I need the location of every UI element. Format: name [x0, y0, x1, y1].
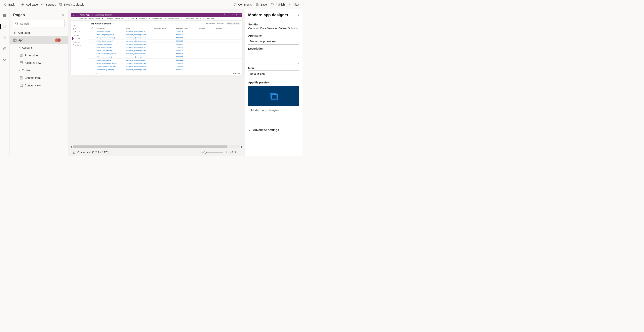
divider: [18, 2, 18, 7]
switch-icon: [59, 3, 62, 6]
app-tile-text: Modern app designer: [248, 106, 299, 124]
svg-rect-18: [72, 151, 74, 153]
publish-button[interactable]: Publish: [271, 3, 285, 6]
svg-point-6: [4, 37, 4, 38]
svg-point-5: [4, 36, 4, 37]
app-name-label: App name: [248, 34, 299, 37]
settings-button[interactable]: Settings: [41, 3, 56, 6]
svg-rect-17: [20, 84, 23, 87]
tree-contact[interactable]: Contact: [10, 67, 68, 74]
chevron-down-icon: [19, 69, 22, 71]
chevron-down-icon: [296, 73, 298, 75]
app-preview: ⋮⋮⋮ Power Apps | Modern app designer 🔍 ＋…: [71, 13, 242, 75]
solution-value: Common Data Services Default Solution: [248, 27, 299, 30]
back-button[interactable]: Back: [4, 3, 14, 6]
table-row: Nancy Anderson (sample)someone_c@example…: [89, 36, 242, 39]
table-row: Susan Burk (sample)someone_l@example.com…: [89, 59, 242, 62]
svg-rect-21: [272, 95, 278, 99]
svg-point-12: [16, 22, 18, 24]
waffle-icon: ⋮⋮⋮: [73, 14, 78, 16]
zoom-out-button[interactable]: −: [198, 151, 200, 154]
svg-point-11: [4, 60, 5, 61]
play-icon: [289, 3, 292, 6]
pages-rail-button[interactable]: [2, 23, 8, 30]
table-row: Patrick Sands (sample)someone_k@example.…: [89, 39, 242, 43]
automation-rail-button[interactable]: [2, 57, 8, 63]
form-icon: [20, 53, 23, 57]
navigation-rail-button[interactable]: [2, 34, 8, 41]
advanced-settings-toggle[interactable]: Advanced settings: [248, 128, 299, 132]
properties-pane: Modern app designer Solution Common Data…: [245, 9, 302, 156]
svg-rect-20: [270, 93, 276, 98]
preview-top-bar: ⋮⋮⋮ Power Apps | Modern app designer 🔍 ＋…: [71, 13, 242, 17]
svg-point-0: [42, 4, 43, 5]
search-icon: 🔍: [224, 13, 226, 16]
collaborator-avatars: [55, 38, 61, 42]
pages-pane: Pages Add page App: [10, 9, 68, 156]
pages-tree: App ⋯ Account Ac: [10, 36, 68, 156]
table-row: Jim Glynn (sample)someone_j@example.com5…: [89, 30, 242, 33]
app-tile-preview: Modern app designer: [248, 86, 299, 124]
table-row: Paul Cannon (sample)someone_h@example.co…: [89, 43, 242, 46]
chevron-down-icon: [19, 47, 22, 49]
preview-search: [226, 22, 240, 25]
comment-icon: [234, 3, 236, 6]
icon-select[interactable]: Default icon: [248, 71, 299, 77]
table-row: Sidney Higa (sample)someone_e@example.co…: [89, 55, 242, 59]
table-row: Susanna Stubberod (sample)someone_b@exam…: [89, 62, 242, 65]
tile-preview-label: App tile preview: [248, 81, 299, 84]
preview-command-bar: ←| Show Chart + New Delete▾| Refresh Ema…: [71, 17, 242, 21]
svg-point-9: [4, 59, 4, 60]
zoom-slider[interactable]: [202, 152, 223, 153]
zoom-percent: 44 %: [230, 151, 236, 154]
tree-account-form[interactable]: Account form: [10, 51, 68, 59]
tree-contact-form[interactable]: Contact form: [10, 74, 68, 82]
preview-side-nav: ≡ ⌂ Home ◷ Recent ✧ Pinned Customers ⧉ C…: [71, 21, 89, 75]
left-icon-rail: [0, 9, 10, 156]
tree-account-view[interactable]: Account view: [10, 59, 68, 67]
play-button[interactable]: Play: [289, 3, 299, 6]
back-arrow-icon: [4, 3, 7, 6]
app-more-button[interactable]: ⋯: [62, 38, 66, 42]
top-toolbar: Back Add page Settings Switch to classic: [0, 0, 302, 9]
scroll-left-button[interactable]: ◀: [70, 146, 72, 148]
svg-rect-1: [60, 3, 61, 5]
hamburger-button[interactable]: [2, 12, 8, 19]
canvas-wrap: ⋮⋮⋮ Power Apps | Modern app designer 🔍 ＋…: [68, 9, 245, 156]
expand-props-button[interactable]: [297, 14, 299, 16]
data-rail-button[interactable]: [2, 46, 8, 52]
add-page-button[interactable]: Add page: [21, 3, 38, 6]
tree-account[interactable]: Account: [10, 44, 68, 51]
gear-icon: [41, 3, 44, 6]
table-row: Scott Konersmann (sample)someone_f@examp…: [89, 52, 242, 55]
zoom-bar: Responsive (1911 x 1129) − ＋ 44 %: [68, 149, 245, 156]
scroll-right-button[interactable]: ▶: [241, 146, 244, 148]
svg-rect-4: [4, 25, 6, 28]
svg-rect-16: [20, 76, 22, 79]
svg-rect-14: [20, 54, 22, 57]
pages-search-input[interactable]: [13, 20, 65, 27]
scroll-thumb[interactable]: [73, 146, 227, 148]
fit-button[interactable]: [238, 151, 242, 154]
zoom-in-button[interactable]: ＋: [225, 151, 228, 154]
gear-icon: ⚙: [236, 13, 238, 16]
responsive-selector[interactable]: Responsive (1911 x 1129): [72, 151, 113, 154]
switch-classic-button[interactable]: Switch to classic: [59, 3, 84, 6]
tree-contact-view[interactable]: Contact view: [10, 82, 68, 89]
plus-icon: ＋: [228, 13, 230, 16]
solution-label: Solution: [248, 23, 299, 26]
chevron-down-icon: [248, 129, 250, 131]
horizontal-scrollbar[interactable]: ◀ ▶: [68, 145, 245, 149]
description-input[interactable]: [248, 51, 299, 64]
close-pages-button[interactable]: [62, 14, 65, 16]
add-page-link[interactable]: Add page: [10, 29, 68, 36]
app-name-input[interactable]: [248, 38, 299, 45]
save-button[interactable]: Save: [256, 3, 267, 6]
search-icon: [15, 22, 18, 25]
table-row: Rene Valdes (sample)someone_i@example.co…: [89, 46, 242, 49]
svg-point-8: [4, 47, 6, 48]
comments-button[interactable]: Comments: [234, 3, 252, 6]
tree-app-row[interactable]: App ⋯: [10, 36, 68, 44]
svg-rect-13: [14, 39, 16, 41]
save-icon: [256, 3, 259, 6]
